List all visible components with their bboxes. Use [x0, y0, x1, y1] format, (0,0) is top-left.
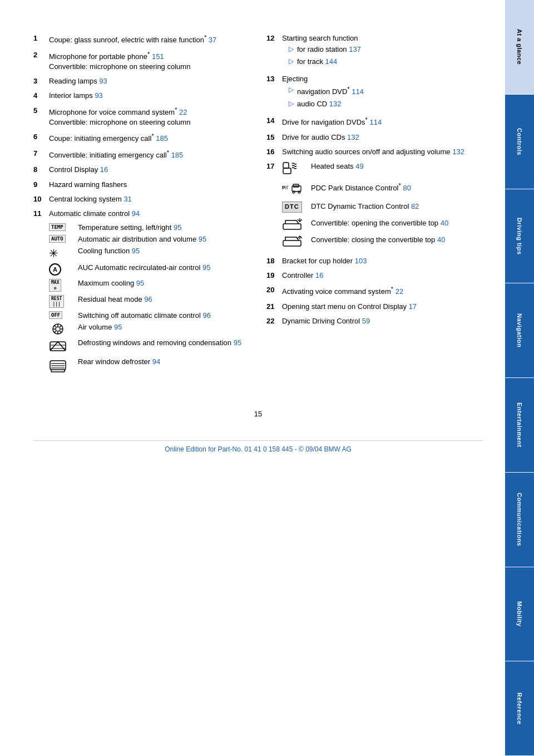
list-item: 21 Opening start menu on Control Display… [266, 302, 483, 312]
item-number: 16 [266, 147, 282, 157]
climate-item: A AUC Automatic recirculated-air control… [49, 263, 250, 276]
svg-rect-29 [283, 224, 301, 229]
item-number: 14 [266, 116, 282, 126]
sub-item: ▷ for track 144 [289, 57, 483, 67]
item-number: 3 [33, 76, 49, 86]
list-item: 7 Convertible: initiating emergency call… [33, 149, 250, 161]
item-number: 21 [266, 302, 282, 312]
svg-line-6 [55, 326, 56, 327]
climate-section: TEMP Temperature setting, left/right 95 … [49, 223, 250, 373]
svg-line-7 [60, 331, 62, 333]
convertible-close-icon [282, 235, 311, 248]
svg-line-9 [55, 331, 56, 333]
climate-item: MAX✿ Maximum cooling 95 [49, 279, 250, 292]
item-number: 20 [266, 285, 282, 295]
climate-icon: AUTO [49, 235, 78, 243]
item-number: 22 [266, 316, 282, 326]
climate-item: AUTO Automatic air distribution and volu… [49, 235, 250, 243]
star-mark: * [175, 106, 177, 113]
sub-item: ▷ for radio station 137 [289, 45, 483, 55]
sidebar: At a glance Controls Driving tips Naviga… [505, 0, 534, 756]
sidebar-tab-reference[interactable]: Reference [505, 661, 534, 756]
list-item: 11 Automatic climate control 94 [33, 209, 250, 219]
sidebar-tab-at-a-glance[interactable]: At a glance [505, 0, 534, 95]
star-mark: * [151, 132, 154, 139]
list-item: 3 Reading lamps 93 [33, 76, 250, 86]
item-number: 19 [266, 271, 282, 281]
list-item: 2 Microphone for portable phone* 151 Con… [33, 50, 250, 72]
cooling-icon: ✳ [49, 247, 78, 260]
sidebar-tab-navigation[interactable]: Navigation [505, 283, 534, 378]
sidebar-tab-driving-tips[interactable]: Driving tips [505, 189, 534, 284]
item-number: 4 [33, 91, 49, 101]
climate-item: Rear window defroster 94 [49, 357, 250, 373]
list-item: 9 Hazard warning flashers [33, 180, 250, 190]
rear-defroster-icon [49, 357, 78, 373]
item-number: 5 [33, 106, 49, 116]
svg-line-8 [60, 326, 62, 327]
item-number: 9 [33, 180, 49, 190]
list-item: 12 Starting search function ▷ for radio … [266, 33, 483, 70]
list-item: 19 Controller 16 [266, 271, 483, 281]
svg-rect-22 [283, 163, 289, 168]
sidebar-tab-communications[interactable]: Communications [505, 473, 534, 567]
sidebar-tab-mobility[interactable]: Mobility [505, 567, 534, 662]
list-item: 14 Drive for navigation DVDs* 114 [266, 116, 483, 128]
right-column: 12 Starting search function ▷ for radio … [266, 33, 483, 376]
off-icon: OFF [49, 311, 78, 319]
item-number: 2 [33, 50, 49, 60]
item-number: 17 [266, 161, 282, 171]
page-number: 15 [33, 410, 483, 418]
dtc-row: DTC DTC Dynamic Traction Control 82 [282, 202, 483, 212]
pdc-row: P // PDC Park Distance Control* 80 [282, 181, 483, 196]
climate-item: Air volume 95 [49, 323, 250, 335]
footer-text: Online Edition for Part-No. 01 41 0 158 … [33, 440, 483, 453]
climate-item: ✳ Cooling function 95 [49, 247, 250, 260]
svg-text://: // [285, 185, 289, 190]
item-number: 11 [33, 209, 49, 219]
climate-item: OFF Switching off automatic climate cont… [49, 311, 250, 320]
list-item: 16 Switching audio sources on/off and ad… [266, 147, 483, 157]
star-mark: * [204, 34, 206, 41]
sub-item: ▷ navigation DVD* 114 [289, 85, 483, 97]
auc-icon: A [49, 263, 78, 276]
list-item: 22 Dynamic Driving Control 59 [266, 316, 483, 326]
climate-icon: TEMP [49, 223, 78, 231]
arrow-icon: ▷ [289, 99, 294, 109]
item-number: 15 [266, 132, 282, 143]
svg-point-28 [298, 191, 300, 193]
convertible-open-icon [282, 218, 311, 232]
list-item: 5 Microphone for voice command system* 2… [33, 106, 250, 128]
list-item: 1 Coupe: glass sunroof, electric with ra… [33, 33, 250, 46]
sidebar-tab-controls[interactable]: Controls [505, 95, 534, 189]
dtc-icon: DTC [282, 202, 311, 212]
sidebar-tab-entertainment[interactable]: Entertainment [505, 378, 534, 473]
page-footer-area: 15 Online Edition for Part-No. 01 41 0 1… [33, 410, 483, 453]
heated-seat-row: Heated seats 49 [282, 161, 483, 176]
star-mark: * [167, 149, 169, 156]
list-item: 4 Interior lamps 93 [33, 91, 250, 101]
svg-point-1 [56, 327, 60, 331]
list-item: 13 Ejecting ▷ navigation DVD* 114 ▷ audi… [266, 74, 483, 112]
list-item: 20 Activating voice command system* 22 [266, 285, 483, 297]
star-mark: * [147, 51, 150, 57]
item-number: 1 [33, 33, 49, 43]
arrow-icon: ▷ [289, 45, 294, 54]
item-number: 10 [33, 194, 49, 204]
left-column: 1 Coupe: glass sunroof, electric with ra… [33, 33, 250, 376]
item-number: 12 [266, 33, 282, 43]
climate-item: Defrosting windows and removing condensa… [49, 338, 250, 354]
heated-seat-icon [282, 161, 311, 176]
svg-point-27 [293, 191, 295, 193]
list-item: 6 Coupe: initiating emergency call* 185 [33, 132, 250, 144]
defrost-icon [49, 338, 78, 354]
convertible-open-row: Convertible: opening the convertible top… [282, 218, 483, 232]
climate-item: TEMP Temperature setting, left/right 95 [49, 223, 250, 232]
convertible-close-row: Convertible: closing the convertible top… [282, 235, 483, 248]
sub-item: ▷ audio CD 132 [289, 99, 483, 109]
arrow-icon: ▷ [289, 57, 294, 66]
item-number: 7 [33, 149, 49, 159]
list-item: 18 Bracket for cup holder 103 [266, 256, 483, 266]
item-number: 13 [266, 74, 282, 84]
climate-item: REST||| Residual heat mode 96 [49, 295, 250, 308]
